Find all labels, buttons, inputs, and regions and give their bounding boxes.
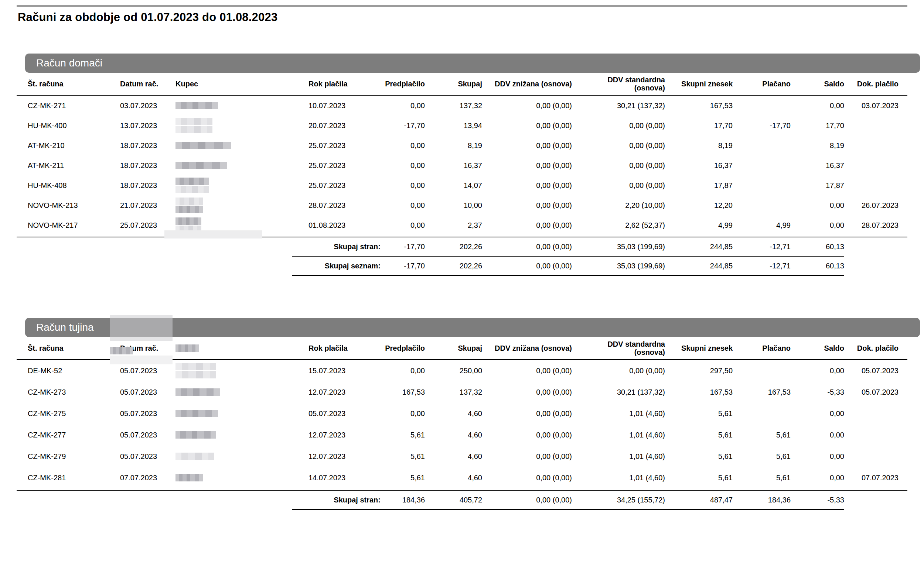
cell-total: 16,37 [425, 161, 482, 170]
cell-invoice-number: CZ-MK-275 [16, 409, 120, 418]
redacted-block [176, 431, 216, 439]
cell-paid: -17,70 [733, 121, 790, 130]
cell-invoice-number: CZ-MK-277 [16, 431, 120, 439]
column-header-invoice-date: Datum rač. [120, 80, 176, 88]
redacted-block [176, 410, 218, 417]
cell-invoice-number: CZ-MK-279 [16, 452, 120, 461]
redacted-customer-name [176, 410, 297, 417]
cell-customer [176, 102, 297, 109]
report-page: Računi za obdobje od 01.07.2023 do 01.08… [0, 5, 924, 563]
summary-value-total: 405,72 [425, 496, 482, 504]
cell-customer [176, 431, 297, 439]
cell-vat-standard-base: 1,01 (4,60) [572, 452, 665, 461]
column-header-total: Skupaj [425, 80, 482, 88]
cell-customer [176, 388, 297, 396]
summary-value-balance: 60,13 [790, 262, 844, 270]
cell-balance: 0,00 [790, 221, 844, 230]
summary-value-paid: -12,71 [733, 262, 790, 270]
redacted-customer-name [176, 388, 297, 396]
table-row: CZ-MK-28107.07.202314.07.20235,614,600,0… [16, 467, 908, 488]
redacted-block [176, 388, 220, 396]
summary-rows: Skupaj stran:184,36405,720,00 (0,00)34,2… [16, 491, 908, 510]
redacted-block [176, 126, 212, 133]
cell-due-date: 14.07.2023 [297, 474, 355, 482]
redacted-block [176, 206, 203, 213]
cell-payment-document: 03.07.2023 [844, 102, 908, 110]
summary-value-vat-standard-base: 35,03 (199,69) [572, 243, 665, 251]
cell-invoice-date: 05.07.2023 [120, 409, 176, 418]
cell-vat-standard-base: 30,21 (137,32) [572, 388, 665, 397]
column-header-vat-reduced-base: DDV znižana (osnova) [482, 344, 572, 353]
cell-invoice-date: 21.07.2023 [120, 201, 176, 210]
summary-label: Skupaj stran: [42, 496, 381, 504]
cell-balance: -5,33 [790, 388, 844, 397]
cell-customer [176, 162, 297, 169]
summary-label: Skupaj seznam: [42, 262, 381, 270]
cell-total-amount: 17,70 [665, 121, 733, 130]
cell-invoice-date: 25.07.2023 [120, 221, 176, 230]
cell-invoice-number: NOVO-MK-213 [16, 201, 120, 210]
section-title: Račun tujina [36, 322, 94, 333]
cell-vat-standard-base: 0,00 (0,00) [572, 181, 665, 190]
cell-total-amount: 5,61 [665, 431, 733, 439]
table-row: HU-MK-40818.07.202325.07.20230,0014,070,… [16, 175, 908, 195]
cell-vat-reduced-base: 0,00 (0,00) [482, 141, 572, 150]
cell-vat-reduced-base: 0,00 (0,00) [482, 161, 572, 170]
cell-due-date: 05.07.2023 [297, 409, 355, 418]
cell-vat-standard-base: 0,00 (0,00) [572, 367, 665, 375]
cell-due-date: 20.07.2023 [297, 121, 355, 130]
cell-due-date: 12.07.2023 [297, 388, 355, 397]
cell-vat-reduced-base: 0,00 (0,00) [482, 431, 572, 439]
cell-vat-standard-base: 2,20 (10,00) [572, 201, 665, 210]
cell-total: 4,60 [425, 431, 482, 439]
cell-balance: 0,00 [790, 367, 844, 375]
cell-due-date: 25.07.2023 [297, 161, 355, 170]
cell-vat-reduced-base: 0,00 (0,00) [482, 367, 572, 375]
cell-total: 137,32 [425, 102, 482, 110]
cell-prepayment: 167,53 [355, 388, 425, 397]
cell-balance: 16,37 [790, 161, 844, 170]
cell-prepayment: 0,00 [355, 201, 425, 210]
cell-prepayment: 5,61 [355, 452, 425, 461]
cell-invoice-number: AT-MK-211 [16, 161, 120, 170]
summary-row: Skupaj stran:-17,70202,260,00 (0,00)35,0… [16, 237, 908, 256]
column-header-total-amount: Skupni znesek [665, 344, 733, 353]
summary-row: Skupaj stran:184,36405,720,00 (0,00)34,2… [16, 491, 908, 509]
summary-value-vat-reduced-base: 0,00 (0,00) [482, 243, 572, 251]
cell-paid: 5,61 [733, 431, 790, 439]
cell-due-date: 25.07.2023 [297, 181, 355, 190]
summary-value-balance: 60,13 [790, 243, 844, 251]
cell-prepayment: 5,61 [355, 474, 425, 482]
summary-value-total-amount: 244,85 [665, 262, 733, 270]
column-header-customer: Kupec [176, 80, 297, 88]
top-rule [16, 5, 908, 7]
table-row: HU-MK-40013.07.202320.07.2023-17,7013,94… [16, 115, 908, 135]
column-header-payment-document: Dok. plačilo [844, 344, 908, 353]
column-header-due-date: Rok plačila [297, 80, 355, 88]
section-foreign-invoices: Račun tujina Št. računaDatum rač.Rok pla… [16, 318, 908, 510]
cell-invoice-number: CZ-MK-271 [16, 102, 120, 110]
redacted-block [176, 118, 212, 125]
table-row: NOVO-MK-21321.07.202328.07.20230,0010,00… [16, 195, 908, 215]
summary-label: Skupaj stran: [42, 243, 381, 251]
cell-vat-standard-base: 0,00 (0,00) [572, 141, 665, 150]
cell-due-date: 01.08.2023 [297, 221, 355, 230]
column-header-vat-reduced-base: DDV znižana (osnova) [482, 80, 572, 88]
cell-invoice-date: 05.07.2023 [120, 367, 176, 375]
cell-balance: 0,00 [790, 102, 844, 110]
cell-invoice-date: 18.07.2023 [120, 141, 176, 150]
redacted-block [176, 198, 203, 205]
summary-divider [292, 275, 844, 276]
cell-invoice-date: 05.07.2023 [120, 452, 176, 461]
cell-vat-standard-base: 30,21 (137,32) [572, 102, 665, 110]
cell-prepayment: 0,00 [355, 409, 425, 418]
cell-total: 4,60 [425, 409, 482, 418]
cell-vat-reduced-base: 0,00 (0,00) [482, 181, 572, 190]
table-row: CZ-MK-27505.07.202305.07.20230,004,600,0… [16, 403, 908, 424]
cell-balance: 8,19 [790, 141, 844, 150]
summary-value-total: 202,26 [425, 243, 482, 251]
cell-due-date: 15.07.2023 [297, 367, 355, 375]
column-header-balance: Saldo [790, 80, 844, 88]
cell-total: 10,00 [425, 201, 482, 210]
section-title-bar: Račun domači [25, 54, 920, 73]
